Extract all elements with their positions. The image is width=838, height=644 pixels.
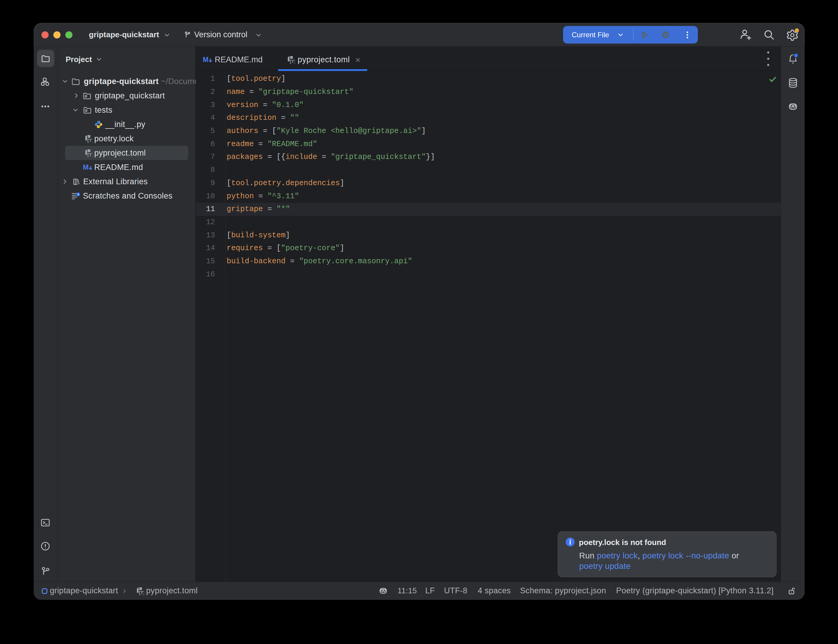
svg-text:[T]: [T] — [139, 590, 144, 595]
svg-text:[T]: [T] — [87, 138, 92, 143]
svg-text:[T]: [T] — [290, 59, 295, 64]
svg-text:[T]: [T] — [87, 152, 92, 157]
svg-text:M: M — [203, 56, 209, 64]
svg-text:M: M — [83, 163, 89, 171]
